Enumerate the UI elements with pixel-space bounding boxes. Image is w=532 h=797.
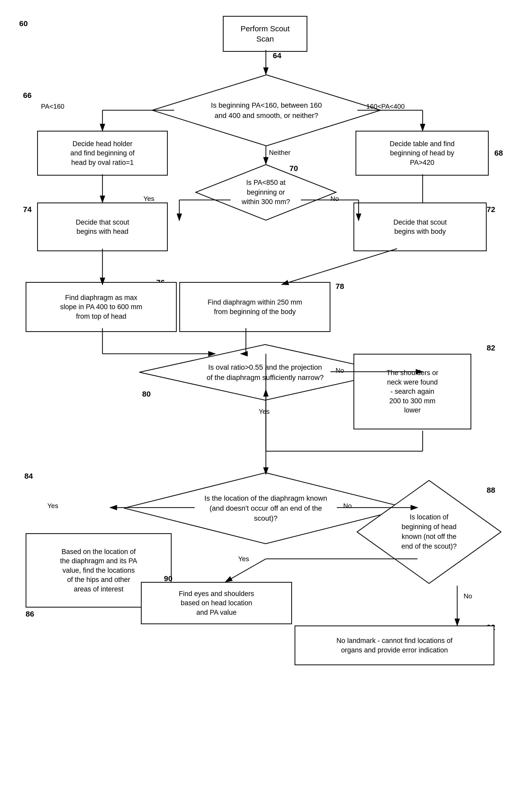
pa-160-400-label: 160<PA<400 <box>366 103 405 110</box>
yes-oval-label: Yes <box>259 407 269 416</box>
yes-74-label: Yes <box>144 195 154 203</box>
find-diaphragm-body-box: Find diaphragm within 250 mm from beginn… <box>179 282 330 332</box>
label-70: 70 <box>289 164 298 173</box>
label-72: 72 <box>487 205 495 214</box>
no-landmark-box: No landmark - cannot find locations of o… <box>294 626 494 665</box>
diamond-beginning-pa: Is beginning PA<160, between 160 and 400… <box>151 74 382 147</box>
label-74: 74 <box>23 205 32 214</box>
label-80: 80 <box>142 390 151 398</box>
perform-scout-box: Perform Scout Scan <box>223 16 307 52</box>
scout-head-box: Decide that scout begins with head <box>37 202 168 251</box>
yes-diaphragm-label: Yes <box>48 502 58 510</box>
label-64: 64 <box>273 51 281 60</box>
label-88: 88 <box>487 486 495 494</box>
diamond-pa850: Is PA<850 at beginning or within 300 mm? <box>195 164 337 221</box>
find-diaphragm-head-box: Find diaphragm as max slope in PA 400 to… <box>25 282 177 332</box>
label-84: 84 <box>24 472 33 481</box>
neither-label: Neither <box>269 149 290 157</box>
svg-line-14 <box>282 249 397 285</box>
label-86: 86 <box>25 610 34 618</box>
label-90: 90 <box>164 574 172 583</box>
pa-lt-160-label: PA<160 <box>41 103 64 110</box>
flowchart-container: 60 62 Perform Scout Scan 64 Is beginning… <box>0 0 532 797</box>
label-68: 68 <box>494 149 503 158</box>
yes-head-label: Yes <box>238 555 249 563</box>
no-head-label: No <box>463 592 472 600</box>
find-eyes-box: Find eyes and shoulders based on head lo… <box>141 582 292 624</box>
label-66: 66 <box>23 91 32 100</box>
label-60: 60 <box>19 19 28 28</box>
head-holder-box: Decide head holder and find beginning of… <box>37 131 168 176</box>
scout-body-box: Decide that scout begins with body <box>354 202 487 251</box>
diamond-head-known: Is location of beginning of head known (… <box>356 479 502 584</box>
label-78: 78 <box>336 282 344 291</box>
shoulders-neck-box: The shoulders or neck were found - searc… <box>354 354 471 429</box>
no-72-label: No <box>330 195 339 203</box>
table-find-box: Decide table and find beginning of head … <box>356 131 489 176</box>
label-82: 82 <box>487 344 495 352</box>
